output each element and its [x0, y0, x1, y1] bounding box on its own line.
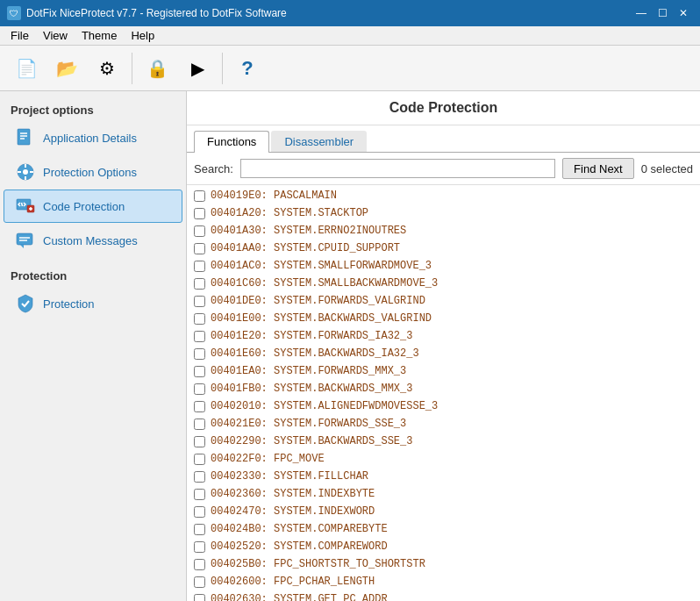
- function-checkbox[interactable]: [194, 331, 205, 342]
- list-item: 00402010: SYSTEM.ALIGNEDFWDMOVESSE_3: [187, 397, 700, 415]
- list-item: 00401AC0: SYSTEM.SMALLFORWARDMOVE_3: [187, 257, 700, 275]
- function-checkbox[interactable]: [194, 436, 205, 447]
- svg-marker-16: [20, 245, 24, 248]
- protect-icon: 🔒: [146, 60, 168, 77]
- protection-options-label: Protection Options: [43, 166, 137, 179]
- function-checkbox[interactable]: [194, 471, 205, 483]
- protection-section: Protection: [0, 264, 186, 286]
- minimize-button[interactable]: —: [632, 4, 651, 22]
- function-name: 00402520: SYSTEM.COMPAREWORD: [211, 540, 388, 553]
- function-checkbox[interactable]: [194, 454, 205, 465]
- custom-messages-icon: [15, 230, 36, 251]
- function-checkbox[interactable]: [194, 576, 205, 588]
- menu-bar: File View Theme Help: [0, 26, 700, 46]
- function-name: 00401E60: SYSTEM.BACKWARDS_IA32_3: [211, 347, 419, 360]
- function-name: 00401C60: SYSTEM.SMALLBACKWARDMOVE_3: [211, 277, 438, 290]
- function-name: 00401EA0: SYSTEM.FORWARDS_MMX_3: [211, 365, 406, 377]
- maximize-button[interactable]: ☐: [653, 4, 672, 22]
- function-checkbox[interactable]: [194, 383, 205, 395]
- sidebar-item-custom-messages[interactable]: Custom Messages: [4, 224, 182, 257]
- toolbar: 📄 📂 ⚙ 🔒 ▶ ?: [0, 46, 700, 91]
- function-checkbox[interactable]: [194, 506, 205, 518]
- settings-button[interactable]: ⚙: [88, 49, 126, 88]
- list-item: 00401E60: SYSTEM.BACKWARDS_IA32_3: [187, 345, 700, 362]
- function-name: 004019E0: PASCALMAIN: [211, 190, 337, 202]
- sidebar-item-application-details[interactable]: Application Details: [4, 121, 182, 154]
- function-list: 004019E0: PASCALMAIN 00401A20: SYSTEM.ST…: [187, 185, 700, 601]
- open-icon: 📂: [56, 60, 78, 77]
- protection-label: Protection: [43, 297, 95, 311]
- menu-theme[interactable]: Theme: [75, 27, 124, 44]
- settings-icon: ⚙: [99, 60, 115, 77]
- list-item: 00402600: FPC_PCHAR_LENGTH: [187, 573, 700, 590]
- list-item: 00401AA0: SYSTEM.CPUID_SUPPORT: [187, 240, 700, 257]
- function-checkbox[interactable]: [194, 208, 205, 219]
- protection-options-icon: [15, 161, 36, 182]
- list-item: 00401E20: SYSTEM.FORWARDS_IA32_3: [187, 327, 700, 345]
- function-name: 00401AC0: SYSTEM.SMALLFORWARDMOVE_3: [211, 260, 432, 272]
- window-controls: — ☐ ✕: [632, 4, 693, 22]
- sidebar-item-protection-options[interactable]: Protection Options: [4, 155, 182, 189]
- function-checkbox[interactable]: [194, 524, 205, 535]
- window-title: DotFix NiceProtect v7.7 - Registered to …: [26, 7, 287, 19]
- function-checkbox[interactable]: [194, 559, 205, 570]
- find-next-button[interactable]: Find Next: [562, 158, 634, 179]
- function-checkbox[interactable]: [194, 401, 205, 412]
- function-checkbox[interactable]: [194, 594, 205, 602]
- sidebar-item-code-protection[interactable]: Code Protection: [4, 190, 182, 223]
- sidebar-item-protection[interactable]: Protection: [4, 287, 182, 320]
- list-item: 00401A20: SYSTEM.STACKTOP: [187, 204, 700, 222]
- menu-file[interactable]: File: [4, 27, 36, 44]
- application-details-label: Application Details: [43, 132, 137, 145]
- function-checkbox[interactable]: [194, 278, 205, 290]
- function-checkbox[interactable]: [194, 261, 205, 272]
- search-input[interactable]: [240, 159, 555, 178]
- list-item: 00401DE0: SYSTEM.FORWARDS_VALGRIND: [187, 292, 700, 310]
- function-checkbox[interactable]: [194, 313, 205, 325]
- list-item: 00402630: SYSTEM.GET_PC_ADDR: [187, 590, 700, 601]
- svg-line-11: [22, 203, 23, 206]
- function-checkbox[interactable]: [194, 541, 205, 553]
- tab-disassembler[interactable]: Disassembler: [271, 131, 367, 152]
- toolbar-separator-1: [132, 53, 132, 84]
- main-layout: Project options Application Details: [0, 91, 700, 601]
- function-name: 00401A30: SYSTEM.ERRNO2INOUTRES: [211, 225, 406, 237]
- new-icon: 📄: [16, 60, 38, 77]
- function-checkbox[interactable]: [194, 190, 205, 202]
- code-protection-icon: [15, 196, 36, 217]
- function-checkbox[interactable]: [194, 366, 205, 377]
- function-checkbox[interactable]: [194, 296, 205, 307]
- menu-help[interactable]: Help: [124, 27, 161, 44]
- new-button[interactable]: 📄: [7, 49, 46, 88]
- function-checkbox[interactable]: [194, 489, 205, 500]
- list-item: 00401FB0: SYSTEM.BACKWARDS_MMX_3: [187, 380, 700, 397]
- help-button[interactable]: ?: [228, 49, 267, 88]
- sidebar: Project options Application Details: [0, 91, 187, 601]
- function-name: 00402290: SYSTEM.BACKWARDS_SSE_3: [211, 435, 412, 447]
- function-checkbox[interactable]: [194, 225, 205, 237]
- svg-rect-0: [18, 129, 30, 145]
- tab-functions[interactable]: Functions: [194, 131, 269, 153]
- custom-messages-label: Custom Messages: [43, 234, 138, 247]
- function-name: 004022F0: FPC_MOVE: [211, 453, 325, 465]
- protect-button[interactable]: 🔒: [138, 49, 176, 88]
- toolbar-separator-2: [222, 53, 223, 84]
- function-name: 00401FB0: SYSTEM.BACKWARDS_MMX_3: [211, 383, 412, 395]
- tabs-bar: Functions Disassembler: [187, 125, 700, 153]
- function-name: 004021E0: SYSTEM.FORWARDS_SSE_3: [211, 418, 406, 430]
- close-button[interactable]: ✕: [674, 4, 693, 22]
- run-button[interactable]: ▶: [178, 49, 217, 88]
- svg-rect-15: [17, 233, 32, 245]
- function-checkbox[interactable]: [194, 419, 205, 430]
- list-item: 004019E0: PASCALMAIN: [187, 187, 700, 204]
- list-item: 00401C60: SYSTEM.SMALLBACKWARDMOVE_3: [187, 275, 700, 292]
- function-checkbox[interactable]: [194, 243, 205, 254]
- function-name: 00402600: FPC_PCHAR_LENGTH: [211, 576, 375, 588]
- menu-view[interactable]: View: [36, 27, 75, 44]
- function-name: 00401E20: SYSTEM.FORWARDS_IA32_3: [211, 330, 412, 342]
- function-name: 00402360: SYSTEM.INDEXBYTE: [211, 488, 375, 500]
- list-item: 004021E0: SYSTEM.FORWARDS_SSE_3: [187, 415, 700, 433]
- open-button[interactable]: 📂: [47, 49, 86, 88]
- function-checkbox[interactable]: [194, 348, 205, 360]
- search-label: Search:: [194, 162, 233, 175]
